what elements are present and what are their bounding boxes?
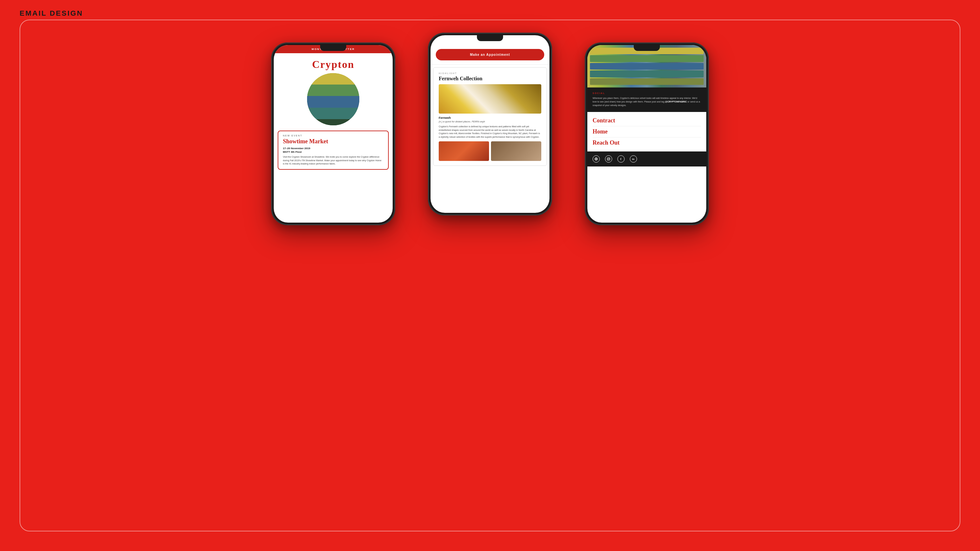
svg-text:in: in [632, 158, 635, 160]
social-text: Wherever you place them, Crypton's delic… [593, 96, 701, 107]
fernweh-image [439, 84, 541, 114]
crypton-logo: Crypton [274, 53, 393, 73]
highlight-section: HIGHLIGHT Fernweh Collection Fernweh (n.… [433, 67, 547, 166]
fabric-top-image [587, 45, 706, 87]
linkedin-icon[interactable]: in [630, 156, 637, 162]
fabric-strip-3 [590, 63, 704, 70]
highlight-label: HIGHLIGHT [439, 72, 541, 75]
nav-link-reach-out[interactable]: Reach Out [593, 137, 701, 148]
social-section: SOCIAL Wherever you place them, Crypton'… [587, 87, 706, 112]
nav-links: Contract Home Reach Out [587, 112, 706, 151]
event-title: Showtime Market [283, 138, 383, 145]
event-new-label: NEW EVENT [283, 135, 383, 137]
svg-point-1 [595, 158, 597, 160]
collection-title: Fernweh Collection [439, 76, 541, 82]
appointment-button[interactable]: Make an Appointment [436, 49, 544, 60]
phone-1-screen: MONTHLY NEWSLETTER Crypton NEW EVENT Sho… [274, 45, 393, 222]
fernweh-thumbnails [439, 141, 541, 161]
phone-3-notch [634, 45, 660, 51]
phone-1: MONTHLY NEWSLETTER Crypton NEW EVENT Sho… [271, 43, 395, 225]
fernweh-word: Fernweh [439, 116, 541, 119]
circle-fabric-image [307, 73, 360, 125]
event-box: NEW EVENT Showtime Market 17–20 November… [278, 130, 389, 170]
phone-3: SOCIAL Wherever you place them, Crypton'… [585, 43, 709, 225]
social-label: SOCIAL [593, 92, 701, 94]
event-location: MSTT 4th Floor [283, 151, 383, 153]
phone-2-screen: Make an Appointment HIGHLIGHT Fernweh Co… [431, 35, 549, 213]
event-description: Visit the Crypton Showroom at Showtime. … [283, 156, 383, 166]
nav-link-home[interactable]: Home [593, 126, 701, 137]
phone-1-notch [320, 45, 346, 51]
fernweh-definition: (n.) a quest for distant places. FEIRN-v… [439, 120, 541, 123]
nav-link-contract[interactable]: Contract [593, 115, 701, 126]
social-icons-bar: f in [587, 151, 706, 167]
phone2-top: Make an Appointment HIGHLIGHT Fernweh Co… [431, 35, 549, 166]
page-title: EMAIL DESIGN [20, 9, 83, 17]
fabric-strips [587, 45, 706, 87]
phones-container: MONTHLY NEWSLETTER Crypton NEW EVENT Sho… [0, 43, 980, 225]
fabric-rolls [307, 73, 360, 125]
facebook-icon[interactable]: f [617, 156, 625, 162]
phone-2-notch [477, 35, 503, 41]
appointment-btn-area: Make an Appointment [431, 45, 549, 65]
phone-2: Make an Appointment HIGHLIGHT Fernweh Co… [428, 33, 552, 216]
phone-3-screen: SOCIAL Wherever you place them, Crypton'… [587, 45, 706, 222]
fabric-strip-4 [590, 70, 704, 77]
fernweh-thumb-1 [439, 141, 489, 161]
svg-point-3 [608, 158, 609, 160]
social-hashtag: @CRYPTONFABRIC [665, 100, 687, 103]
circle-icon[interactable] [593, 156, 600, 162]
fernweh-description: Crypton's Fernweh collection is defined … [439, 125, 541, 139]
event-date: 17–20 November 2019 [283, 147, 383, 150]
fernweh-thumb-2 [491, 141, 541, 161]
instagram-icon[interactable] [605, 156, 612, 162]
fabric-strip-2 [590, 55, 704, 62]
fabric-strip-5 [590, 78, 704, 85]
svg-text:f: f [620, 157, 622, 160]
fernweh-image-inner [439, 84, 541, 114]
